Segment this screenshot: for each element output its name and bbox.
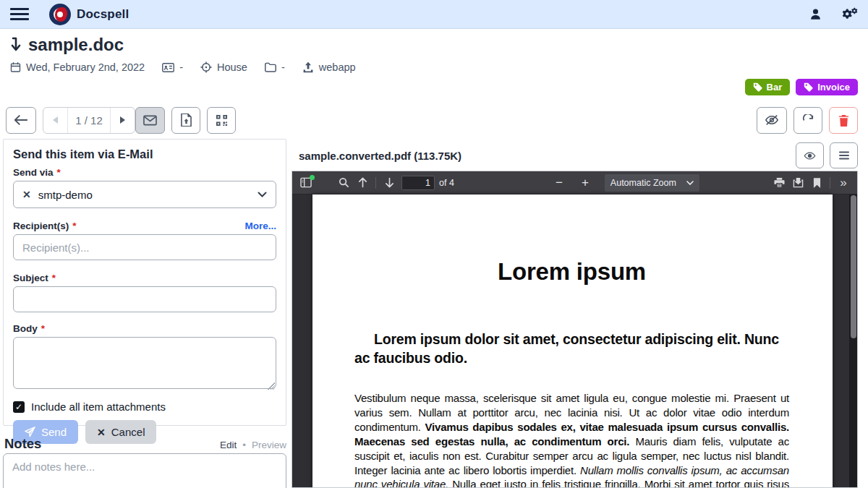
- concerning-value[interactable]: House: [217, 61, 247, 73]
- item-title: sample.doc: [28, 35, 124, 55]
- required-asterisk: *: [52, 273, 56, 283]
- pdf-next-page-button[interactable]: [380, 174, 399, 192]
- pdf-page-count: of 4: [439, 178, 454, 188]
- brand-name: Docspell: [77, 7, 129, 22]
- add-file-button[interactable]: [171, 107, 200, 134]
- notes-edit-link[interactable]: Edit: [220, 440, 237, 450]
- source-value: webapp: [319, 61, 356, 73]
- pdf-zoom-select[interactable]: Automatic Zoom: [605, 174, 699, 192]
- recipients-input[interactable]: [13, 234, 276, 260]
- eye-slash-icon: [765, 114, 779, 126]
- required-asterisk: *: [57, 167, 61, 178]
- tag-icon: [753, 82, 762, 92]
- settings-gears-icon[interactable]: [842, 7, 858, 22]
- tag-bar[interactable]: Bar: [745, 79, 791, 95]
- pdf-viewer: of 4 − + Automatic Zoom »: [292, 171, 858, 488]
- qr-code-button[interactable]: [207, 107, 236, 134]
- eye-icon: [804, 151, 816, 160]
- sidebar-notify-dot: [310, 175, 315, 180]
- required-asterisk: *: [41, 323, 45, 334]
- reload-button[interactable]: [793, 107, 822, 134]
- pdf-page-1: Lorem ipsum Lorem ipsum dolor sit amet, …: [312, 194, 833, 488]
- pdf-prev-page-button[interactable]: [353, 174, 372, 192]
- send-via-value: smtp-demo: [38, 189, 93, 201]
- crosshair-icon: [200, 61, 212, 73]
- tag-invoice[interactable]: Invoice: [796, 79, 858, 95]
- document-paragraph: Vestibulum neque massa, scelerisque sit …: [354, 391, 789, 488]
- top-navbar: Docspell: [0, 0, 868, 29]
- file-upload-icon: [181, 114, 192, 127]
- clear-selection-icon[interactable]: ✕: [22, 189, 31, 200]
- recipients-label: Recipient(s): [13, 221, 69, 231]
- user-icon[interactable]: [807, 7, 823, 22]
- document-title: Lorem ipsum: [354, 258, 789, 286]
- envelope-icon: [143, 115, 157, 126]
- tag-label: Invoice: [817, 82, 850, 93]
- pdf-scrollbar-thumb[interactable]: [851, 195, 856, 338]
- menu-bars-icon: [839, 151, 849, 160]
- delete-button[interactable]: [829, 107, 858, 134]
- pdf-page-input[interactable]: [401, 176, 435, 190]
- attachment-filename: sample.converted.pdf (113.75K): [299, 150, 461, 162]
- subject-input[interactable]: [13, 286, 276, 312]
- pdf-scroll-area[interactable]: Lorem ipsum Lorem ipsum dolor sit amet, …: [292, 194, 857, 487]
- refresh-icon: [802, 114, 814, 127]
- item-date: Wed, February 2nd, 2022: [26, 61, 145, 73]
- pdf-more-tools-button[interactable]: »: [834, 174, 853, 192]
- attachment-pager: 1 / 12: [43, 107, 135, 134]
- pdf-zoom-in-button[interactable]: +: [576, 174, 595, 192]
- attachment-menu-button[interactable]: [830, 142, 858, 168]
- folder-value[interactable]: -: [281, 61, 285, 73]
- pdf-print-button[interactable]: [770, 174, 788, 192]
- page-indicator: 1 / 12: [67, 108, 111, 133]
- back-button[interactable]: [6, 107, 36, 134]
- tag-label: Bar: [767, 82, 783, 93]
- subject-label: Subject: [13, 273, 48, 283]
- more-recipients-link[interactable]: More...: [244, 221, 276, 231]
- send-mail-button[interactable]: [135, 107, 165, 134]
- send-via-select[interactable]: ✕ smtp-demo: [13, 181, 276, 208]
- pdf-toolbar: of 4 − + Automatic Zoom »: [292, 171, 857, 194]
- upload-icon: [302, 61, 314, 73]
- docspell-logo: [49, 4, 71, 25]
- send-email-panel: Send this item via E-Mail Send via * ✕ s…: [3, 139, 286, 426]
- include-attachments-checkbox[interactable]: ✓: [13, 401, 25, 413]
- download-arrow-icon: [10, 37, 22, 53]
- pdf-zoom-out-button[interactable]: −: [550, 174, 569, 192]
- pdf-download-button[interactable]: [788, 174, 807, 192]
- pdf-bookmark-button[interactable]: [807, 174, 826, 192]
- address-card-icon: [162, 62, 174, 73]
- trash-icon: [838, 114, 849, 127]
- pdf-sidebar-toggle[interactable]: [297, 174, 315, 192]
- prev-page-button[interactable]: [43, 108, 67, 133]
- next-page-button[interactable]: [111, 108, 135, 133]
- body-label: Body: [13, 323, 38, 334]
- qr-code-icon: [216, 114, 228, 127]
- chevron-down-icon: [686, 181, 694, 185]
- item-title-row: sample.doc: [10, 35, 356, 55]
- required-asterisk: *: [72, 221, 76, 231]
- email-panel-title: Send this item via E-Mail: [13, 147, 276, 161]
- folder-icon: [265, 62, 276, 72]
- attachment-view-button[interactable]: [796, 142, 824, 168]
- correspondent-value[interactable]: -: [179, 61, 183, 73]
- menu-icon[interactable]: [10, 5, 29, 24]
- include-attachments-label: Include all item attachments: [31, 401, 166, 413]
- calendar-icon: [10, 61, 21, 73]
- document-subtitle: Lorem ipsum dolor sit amet, consectetur …: [354, 330, 789, 368]
- send-via-label: Send via: [13, 167, 54, 178]
- hide-item-button[interactable]: [757, 107, 787, 134]
- pdf-scrollbar[interactable]: [849, 194, 857, 487]
- notes-title: Notes: [4, 436, 41, 452]
- pdf-zoom-value: Automatic Zoom: [610, 178, 676, 188]
- notes-textarea[interactable]: [3, 453, 286, 488]
- docspell-item-view: Docspell sample.doc Wed, February 2nd, 2…: [0, 0, 868, 488]
- pdf-find-button[interactable]: [334, 174, 353, 192]
- notes-preview-link[interactable]: Preview: [252, 440, 286, 450]
- dot-separator: •: [242, 440, 246, 450]
- chevron-down-icon: [258, 192, 267, 197]
- body-textarea[interactable]: [13, 337, 276, 389]
- tag-icon: [804, 82, 813, 92]
